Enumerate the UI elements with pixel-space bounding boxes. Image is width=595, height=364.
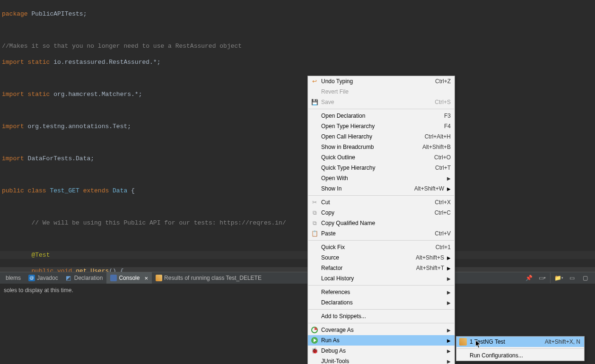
undo-icon: ↩ [311,78,318,85]
save-icon: 💾 [311,98,318,106]
minimize-view-button[interactable]: ▭ [567,273,577,283]
code-editor[interactable]: package PublicAPITests; //Makes it so th… [0,0,595,272]
menu-copy-qualified-name[interactable]: ⧉ Copy Qualified Name [308,218,455,228]
menu-quick-outline[interactable]: Quick OutlineCtrl+O [308,152,455,163]
copy-icon: ⧉ [311,209,318,217]
chevron-right-icon: ▶ [447,300,451,305]
divider [550,273,551,283]
declaration-icon: ◩ [66,275,72,281]
menu-quick-fix[interactable]: Quick FixCtrl+1 [308,242,455,252]
console-toolbar: 📌 ▭▾ 📁▾ ▭ ▢ [524,273,595,283]
console-icon [110,275,117,281]
debug-icon: 🐞 [311,347,318,355]
pin-console-button[interactable]: 📌 [524,273,534,283]
tab-console[interactable]: Console × [106,272,152,284]
tab-declaration[interactable]: ◩ Declaration [62,272,107,284]
menu-open-declaration[interactable]: Open DeclarationF3 [308,111,455,121]
paste-icon: 📋 [311,230,318,237]
copy-qn-icon: ⧉ [311,219,318,227]
menu-open-with[interactable]: Open With▶ [308,173,455,183]
chevron-right-icon: ▶ [447,359,451,364]
cut-icon: ✂ [311,199,318,206]
menu-revert-file: Revert File [308,87,455,97]
close-icon[interactable]: × [144,275,148,282]
bottom-tabs: blems @ Javadoc ◩ Declaration Console × … [0,272,595,284]
menu-paste[interactable]: 📋 PasteCtrl+V [308,228,455,239]
menu-run-as[interactable]: Run As▶ [308,335,455,346]
testng-icon [459,338,467,346]
menu-refactor[interactable]: RefactorAlt+Shift+T▶ [308,263,455,273]
menu-source[interactable]: SourceAlt+Shift+S▶ [308,252,455,263]
tab-problems[interactable]: blems [2,272,25,284]
chevron-right-icon: ▶ [447,276,451,281]
chevron-right-icon: ▶ [447,176,451,181]
menu-add-to-snippets[interactable]: Add to Snippets... [308,311,455,321]
run-icon [311,337,318,344]
menu-junit-tools[interactable]: JUnit-Tools▶ [308,356,455,364]
tab-results[interactable]: Results of running class Test_DELETE [152,272,265,284]
maximize-view-button[interactable]: ▢ [580,273,590,283]
submenu-run-configurations[interactable]: Run Configurations... [456,350,584,361]
menu-undo-typing[interactable]: ↩ Undo TypingCtrl+Z [308,76,455,87]
chevron-right-icon: ▶ [447,328,451,333]
menu-open-type-hierarchy[interactable]: Open Type HierarchyF4 [308,121,455,131]
menu-open-call-hierarchy[interactable]: Open Call HierarchyCtrl+Alt+H [308,131,455,142]
menu-show-in[interactable]: Show InAlt+Shift+W▶ [308,183,455,194]
menu-save: 💾 SaveCtrl+S [308,97,455,107]
context-menu: ↩ Undo TypingCtrl+Z Revert File 💾 SaveCt… [307,76,455,364]
menu-declarations[interactable]: Declarations▶ [308,297,455,308]
display-console-button[interactable]: ▭▾ [537,273,547,283]
javadoc-icon: @ [28,275,35,281]
open-console-button[interactable]: 📁▾ [553,273,564,283]
run-as-submenu: 1 TestNG TestAlt+Shift+X, N Run Configur… [456,336,585,361]
chevron-right-icon: ▶ [447,338,451,343]
menu-cut[interactable]: ✂ CutCtrl+X [308,197,455,208]
menu-debug-as[interactable]: 🐞 Debug As▶ [308,346,455,356]
menu-local-history[interactable]: Local History▶ [308,273,455,284]
chevron-right-icon: ▶ [447,348,451,354]
submenu-testng-test[interactable]: 1 TestNG TestAlt+Shift+X, N [456,337,584,347]
tab-javadoc[interactable]: @ Javadoc [25,272,62,284]
menu-references[interactable]: References▶ [308,287,455,297]
menu-copy[interactable]: ⧉ CopyCtrl+C [308,208,455,218]
chevron-right-icon: ▶ [447,290,451,295]
testng-icon [156,275,162,281]
coverage-icon [311,326,318,334]
menu-coverage-as[interactable]: Coverage As▶ [308,325,455,335]
menu-show-in-breadcrumb[interactable]: Show in BreadcrumbAlt+Shift+B [308,142,455,152]
menu-quick-type-hierarchy[interactable]: Quick Type HierarchyCtrl+T [308,163,455,173]
